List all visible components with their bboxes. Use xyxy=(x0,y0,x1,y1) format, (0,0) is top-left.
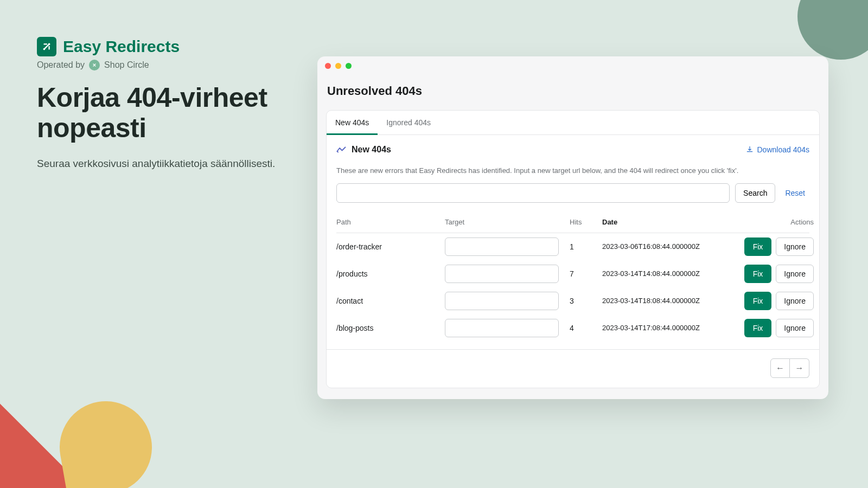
svg-point-1 xyxy=(48,43,50,46)
ignore-button[interactable]: Ignore xyxy=(776,292,814,310)
cell-date: 2023-03-14T18:08:44.000000Z xyxy=(602,296,711,306)
search-button[interactable]: Search xyxy=(735,183,775,203)
table-row: /blog-posts 4 2023-03-14T17:08:44.000000… xyxy=(336,314,809,342)
search-input[interactable] xyxy=(336,183,730,203)
window-close-icon[interactable] xyxy=(325,63,331,69)
col-hits: Hits xyxy=(570,218,602,226)
target-input[interactable] xyxy=(445,265,559,283)
download-404s-link[interactable]: Download 404s xyxy=(746,145,809,155)
col-date[interactable]: Date xyxy=(602,218,711,226)
cell-path: /products xyxy=(336,269,445,278)
target-input[interactable] xyxy=(445,237,559,256)
window-titlebar xyxy=(317,56,828,75)
svg-point-0 xyxy=(43,48,46,50)
brand-mark-icon xyxy=(37,37,56,56)
decorative-blob xyxy=(53,394,159,488)
fix-button[interactable]: Fix xyxy=(744,292,772,310)
brand-name: Easy Redirects xyxy=(63,37,180,56)
decorative-circle xyxy=(797,0,868,60)
main-card: New 404s Ignored 404s New 404s Download … xyxy=(326,110,820,388)
cell-hits: 3 xyxy=(570,297,602,305)
pagination: ← → xyxy=(327,349,819,388)
col-actions: Actions xyxy=(711,218,814,226)
window-minimize-icon[interactable] xyxy=(335,63,341,69)
col-target: Target xyxy=(445,218,570,226)
table-row: /products 7 2023-03-14T14:08:44.000000Z … xyxy=(336,260,809,287)
table-row: /contact 3 2023-03-14T18:08:44.000000Z F… xyxy=(336,287,809,314)
ignore-button[interactable]: Ignore xyxy=(776,319,814,337)
cell-date: 2023-03-14T17:08:44.000000Z xyxy=(602,323,711,333)
marketing-headline: Korjaa 404-virheet nopeasti xyxy=(37,82,281,143)
tab-new-404s[interactable]: New 404s xyxy=(327,111,378,135)
page-prev-button[interactable]: ← xyxy=(770,358,790,378)
operator-badge-icon xyxy=(89,60,100,70)
target-input[interactable] xyxy=(445,292,559,310)
table-row: /order-tracker 1 2023-03-06T16:08:44.000… xyxy=(336,233,809,260)
operated-by: Operated by Shop Circle xyxy=(37,60,281,70)
trend-icon xyxy=(336,146,346,153)
reset-link[interactable]: Reset xyxy=(781,189,809,197)
section-description: These are new errors that Easy Redirects… xyxy=(327,160,819,176)
cell-hits: 1 xyxy=(570,242,602,251)
ignore-button[interactable]: Ignore xyxy=(776,237,814,256)
cell-hits: 7 xyxy=(570,269,602,278)
cell-date: 2023-03-14T14:08:44.000000Z xyxy=(602,269,711,279)
tab-ignored-404s[interactable]: Ignored 404s xyxy=(378,111,439,134)
cell-date: 2023-03-06T16:08:44.000000Z xyxy=(602,242,711,252)
operated-prefix: Operated by xyxy=(37,60,85,70)
fix-button[interactable]: Fix xyxy=(744,319,772,337)
download-label: Download 404s xyxy=(757,145,809,154)
page-title: Unresolved 404s xyxy=(327,84,820,98)
cell-path: /blog-posts xyxy=(336,324,445,332)
tabs: New 404s Ignored 404s xyxy=(327,111,819,135)
brand-logo: Easy Redirects xyxy=(37,37,281,56)
cell-path: /order-tracker xyxy=(336,242,445,251)
app-window: Unresolved 404s New 404s Ignored 404s Ne… xyxy=(317,56,828,399)
target-input[interactable] xyxy=(445,319,559,337)
page-next-button[interactable]: → xyxy=(790,358,809,378)
ignore-button[interactable]: Ignore xyxy=(776,265,814,283)
table-header: Path Target Hits Date Actions xyxy=(336,211,809,233)
cell-path: /contact xyxy=(336,297,445,305)
fix-button[interactable]: Fix xyxy=(744,237,772,256)
download-icon xyxy=(746,145,754,155)
window-zoom-icon[interactable] xyxy=(346,63,352,69)
col-path: Path xyxy=(336,218,445,226)
marketing-subhead: Seuraa verkkosivusi analytiikkatietoja s… xyxy=(37,156,281,172)
fix-button[interactable]: Fix xyxy=(744,265,772,283)
cell-hits: 4 xyxy=(570,324,602,332)
section-title: New 404s xyxy=(352,145,391,155)
operator-name: Shop Circle xyxy=(104,60,149,70)
